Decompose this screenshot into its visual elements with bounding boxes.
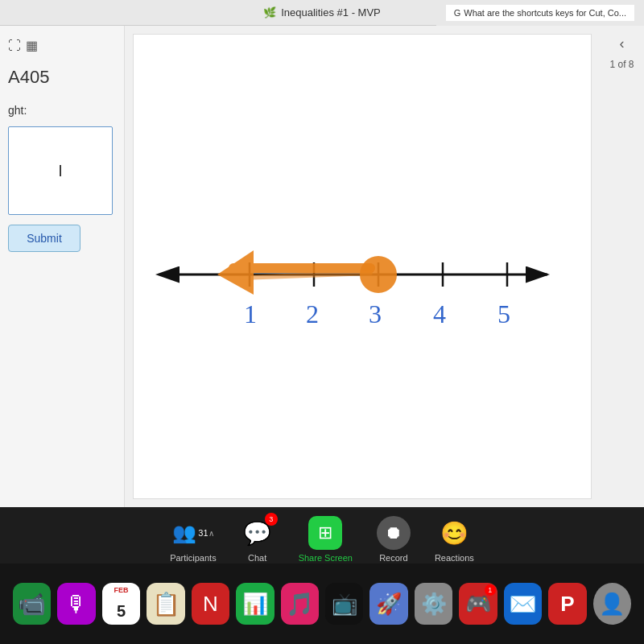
- title-text: Inequalities #1 - MVP: [281, 6, 381, 19]
- svg-text:1: 1: [244, 299, 257, 328]
- reactions-item[interactable]: 😊 Reactions: [435, 516, 474, 563]
- mail-icon: ✉️: [509, 591, 537, 617]
- participants-item[interactable]: 👥 31 ∧ Participants: [170, 516, 216, 563]
- svg-text:2: 2: [306, 299, 319, 328]
- right-navigation: ‹ 1 of 8: [600, 26, 644, 507]
- svg-text:5: 5: [497, 299, 510, 328]
- record-label: Record: [379, 553, 407, 563]
- leaf-icon: 🌿: [263, 6, 276, 19]
- share-screen-item[interactable]: ⊞ Share Screen: [299, 516, 353, 563]
- dock-podcasts[interactable]: 🎙: [57, 583, 95, 625]
- dock-facetime[interactable]: 📹: [13, 583, 51, 625]
- main-screen: 🌿 Inequalities #1 - MVP G What are the s…: [0, 0, 644, 507]
- toolbar-row: ⛶ ▦: [8, 38, 116, 53]
- svg-text:3: 3: [369, 299, 382, 328]
- google-icon: G: [454, 8, 461, 18]
- chat-label: Chat: [248, 553, 266, 563]
- dock-powerpoint[interactable]: P: [548, 583, 586, 625]
- facetime-icon: 📹: [18, 591, 46, 617]
- chat-badge: 3: [265, 513, 278, 526]
- text-cursor: I: [58, 162, 63, 180]
- expand-icon[interactable]: ⛶: [8, 39, 21, 53]
- left-sidebar: ⛶ ▦ A405 ght: I Submit: [0, 26, 125, 507]
- powerpoint-icon: P: [560, 592, 574, 617]
- svg-marker-15: [217, 250, 254, 295]
- dock-avatar[interactable]: 👤: [593, 583, 631, 625]
- dock-mail[interactable]: ✉️: [504, 583, 542, 625]
- participants-icon: 👥 31 ∧: [176, 516, 210, 550]
- dock-sysprefs[interactable]: ⚙️: [415, 583, 452, 625]
- launchpad-icon: 🚀: [376, 592, 402, 617]
- question-label: ght:: [8, 104, 116, 117]
- chat-icon: 💬 3: [241, 516, 275, 550]
- drawing-canvas[interactable]: 1 2 3 4 5: [133, 34, 592, 499]
- dock-news[interactable]: N: [192, 583, 229, 625]
- dock-calendar[interactable]: FEB 5: [102, 583, 140, 625]
- browser-tab-area: G What are the shortcuts keys for Cut, C…: [436, 0, 644, 26]
- tv-icon: 📺: [332, 592, 357, 617]
- dock-music[interactable]: 🎵: [281, 583, 319, 625]
- content-area: ⛶ ▦ A405 ght: I Submit ✏️ ✒️: [0, 26, 644, 507]
- number-line-area: 1 2 3 4 5: [150, 83, 575, 482]
- dock-keynote[interactable]: 📋: [147, 583, 184, 625]
- grid-icon[interactable]: ▦: [26, 38, 38, 53]
- participants-label: Participants: [170, 553, 216, 563]
- submit-button[interactable]: Submit: [8, 225, 80, 252]
- prev-page-button[interactable]: ‹: [620, 35, 625, 52]
- reactions-icon: 😊: [437, 516, 471, 550]
- sysprefs-icon: ⚙️: [421, 592, 447, 617]
- music-icon: 🎵: [286, 591, 314, 617]
- record-icon: ⏺: [377, 516, 411, 550]
- record-item[interactable]: ⏺ Record: [377, 516, 411, 563]
- google-tab[interactable]: G What are the shortcuts keys for Cut, C…: [446, 5, 634, 21]
- page-counter: 1 of 8: [609, 59, 634, 70]
- podcasts-icon: 🎙: [65, 591, 88, 617]
- roblox-badge: 1: [485, 584, 496, 596]
- top-bar: 🌿 Inequalities #1 - MVP G What are the s…: [0, 0, 644, 26]
- window-title: 🌿 Inequalities #1 - MVP: [263, 6, 381, 19]
- page-title: A405: [8, 67, 116, 88]
- reactions-label: Reactions: [435, 553, 474, 563]
- answer-input-box[interactable]: I: [8, 126, 113, 215]
- calendar-month: FEB: [102, 586, 140, 594]
- avatar-icon: 👤: [599, 592, 625, 617]
- calendar-date: 5: [102, 602, 140, 621]
- zoom-taskbar: 👥 31 ∧ Participants 💬 3 Chat ⊞ Share Scr…: [0, 507, 644, 572]
- share-screen-icon: ⊞: [308, 516, 342, 550]
- google-tab-text: What are the shortcuts keys for Cut, Co.…: [464, 8, 626, 18]
- dock-launchpad[interactable]: 🚀: [369, 583, 407, 625]
- share-screen-label: Share Screen: [299, 553, 353, 563]
- dock-roblox[interactable]: 🎮 1: [459, 583, 497, 625]
- number-line-svg: 1 2 3 4 5: [153, 202, 572, 363]
- dock-numbers[interactable]: 📊: [236, 583, 274, 625]
- mac-dock: 📹 🎙 FEB 5 📋 N 📊 🎵 📺 🚀 ⚙️ 🎮 1 ✉️: [0, 564, 644, 644]
- chat-item[interactable]: 💬 3 Chat: [241, 516, 275, 563]
- keynote-icon: 📋: [152, 591, 180, 617]
- dock-tv[interactable]: 📺: [325, 583, 363, 625]
- news-icon: N: [203, 592, 218, 617]
- svg-text:4: 4: [433, 299, 446, 328]
- numbers-icon: 📊: [242, 592, 268, 617]
